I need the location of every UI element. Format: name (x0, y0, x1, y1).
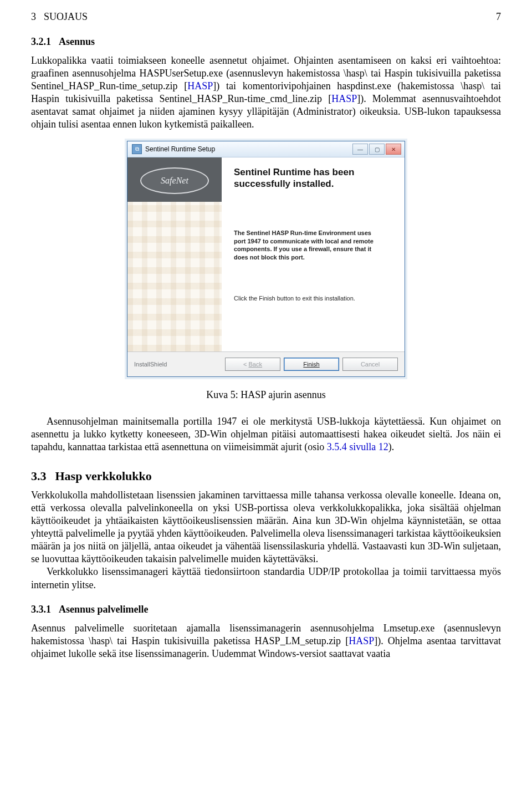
heading-title: Hasp verkkolukko (55, 469, 152, 483)
link-section-3-5-4[interactable]: 3.5.4 sivulla 12 (327, 441, 388, 452)
heading-title: Asennus palvelimelle (59, 604, 149, 615)
heading-number: 3.3 (31, 469, 47, 483)
installer-window: ⧉ Sentinel Runtime Setup — ▢ ✕ SafeNet S… (127, 141, 405, 377)
safenet-logo: SafeNet (140, 167, 209, 194)
header-page-number: 7 (496, 11, 501, 23)
paragraph-3-3-a: Verkkolukolla mahdollistetaan lisenssien… (31, 489, 501, 565)
installer-headline: Sentinel Runtime has been successfully i… (234, 166, 392, 190)
installer-finish-hint: Click the Finish button to exit this ins… (234, 295, 392, 302)
cancel-button[interactable]: Cancel (342, 358, 398, 371)
installer-footer: InstallShield < Back Finish Cancel (127, 351, 405, 376)
link-hasp-2[interactable]: HASP (331, 93, 357, 104)
installer-icon: ⧉ (132, 144, 142, 154)
back-button[interactable]: < Back (225, 358, 280, 371)
window-title: Sentinel Runtime Setup (145, 145, 215, 153)
paragraph-after-figure: Asennusohjelman mainitsemalla portilla 1… (31, 415, 501, 453)
figure-5-caption: Kuva 5: HASP ajurin asennus (206, 389, 325, 401)
figure-5: ⧉ Sentinel Runtime Setup — ▢ ✕ SafeNet S… (31, 141, 501, 401)
close-button[interactable]: ✕ (386, 144, 401, 155)
finish-button[interactable]: Finish (284, 358, 339, 371)
minimize-button[interactable]: — (352, 144, 368, 155)
heading-number: 3.3.1 (31, 604, 51, 615)
maximize-button[interactable]: ▢ (369, 144, 385, 155)
paragraph-3-3-1: Asennus palvelimelle suoritetaan ajamall… (31, 622, 501, 660)
installer-note: The Sentinel HASP Run-time Environment u… (234, 229, 383, 262)
header-section-title: SUOJAUS (44, 11, 88, 23)
side-pattern (127, 202, 222, 351)
paragraph-3-3-b: Verkkolukko lisenssimanageri käyttää tie… (31, 565, 501, 591)
side-panel: SafeNet (127, 157, 222, 351)
heading-3-3-1: 3.3.1Asennus palvelimelle (31, 604, 501, 615)
heading-number: 3.2.1 (31, 36, 51, 47)
heading-3-2-1: 3.2.1Asennus (31, 36, 501, 48)
page-header: 3 SUOJAUS 7 (31, 11, 501, 23)
heading-3-3: 3.3Hasp verkkolukko (31, 469, 501, 483)
link-hasp-1[interactable]: HASP (187, 80, 213, 91)
header-section-number: 3 (31, 11, 36, 23)
paragraph-3-2-1: Lukkopalikka vaatii toimiakseen koneelle… (31, 54, 501, 131)
link-hasp-3[interactable]: HASP (349, 635, 374, 646)
titlebar: ⧉ Sentinel Runtime Setup — ▢ ✕ (127, 141, 405, 157)
installshield-label: InstallShield (134, 361, 167, 368)
heading-title: Asennus (59, 36, 95, 47)
